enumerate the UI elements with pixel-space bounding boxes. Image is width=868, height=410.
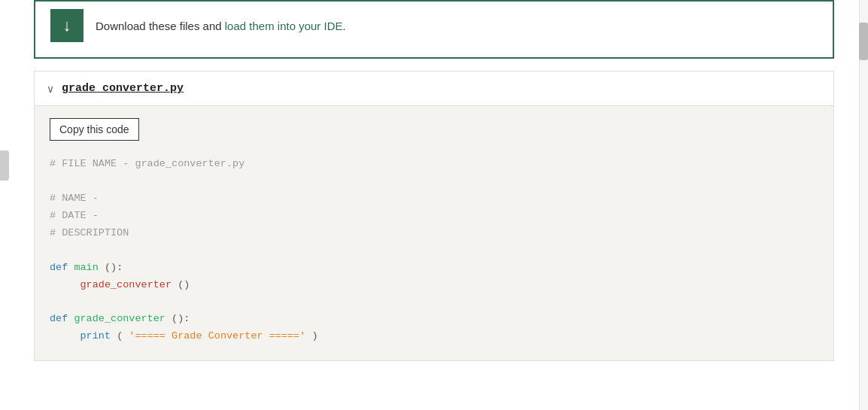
indent-grade-call [50, 279, 74, 290]
top-text-after: . [343, 20, 346, 32]
print-string: '===== Grade Converter =====' [129, 330, 305, 342]
keyword-def-grade: def [50, 313, 68, 324]
file-name: grade_converter.py [62, 82, 184, 95]
print-close-paren: ) [311, 330, 317, 342]
code-line-blank2 [50, 242, 818, 260]
file-header: ∨ grade_converter.py [35, 71, 833, 106]
code-block: # FILE NAME - grade_converter.py # NAME … [50, 156, 818, 345]
grade-call-parens: () [178, 279, 190, 290]
code-line-4: # DESCRIPTION [50, 225, 818, 242]
grade-converter-call: grade_converter [80, 279, 172, 290]
code-line-3: # DATE - [50, 208, 818, 225]
funcname-grade-converter: grade_converter [74, 313, 165, 324]
grade-def-parens: (): [171, 313, 190, 324]
code-line-1: # FILE NAME - grade_converter.py [50, 156, 818, 173]
code-line-blank3 [50, 294, 818, 311]
download-icon: ↓ [63, 17, 71, 34]
top-description: Download these files and load them into … [96, 20, 346, 32]
file-section: ∨ grade_converter.py Copy this code # FI… [34, 71, 834, 361]
indent-print [50, 330, 74, 342]
top-section: ↓ Download these files and load them int… [34, 0, 834, 59]
code-line-blank1 [50, 173, 818, 190]
load-ide-link[interactable]: load them into your IDE [225, 20, 343, 32]
comment-description: # DESCRIPTION [50, 227, 129, 238]
chevron-down-icon[interactable]: ∨ [47, 83, 54, 95]
comment-date: # DATE - [50, 210, 99, 221]
download-icon-box: ↓ [50, 9, 83, 42]
code-line-def-grade: def grade_converter (): [50, 311, 818, 328]
scrollbar-thumb[interactable] [859, 23, 868, 60]
code-line-grade-call: grade_converter () [50, 277, 818, 294]
keyword-def-main: def [50, 262, 68, 273]
code-line-2: # NAME - [50, 190, 818, 208]
code-line-def-main: def main (): [50, 260, 818, 277]
left-tab-handle[interactable] [0, 150, 9, 181]
copy-code-button[interactable]: Copy this code [50, 118, 139, 141]
top-text-before: Download these files and [96, 20, 225, 32]
funcname-main: main [74, 262, 98, 273]
comment-filename: # FILE NAME - grade_converter.py [50, 158, 244, 169]
print-open-paren: ( [117, 330, 123, 342]
right-scrollbar[interactable] [859, 0, 868, 410]
main-parens: (): [105, 262, 123, 273]
code-line-print: print ( '===== Grade Converter =====' ) [50, 328, 818, 345]
keyword-print: print [80, 330, 111, 342]
comment-name: # NAME - [50, 193, 99, 204]
code-area: Copy this code # FILE NAME - grade_conve… [35, 106, 833, 360]
page-wrapper: ↓ Download these files and load them int… [0, 0, 868, 410]
